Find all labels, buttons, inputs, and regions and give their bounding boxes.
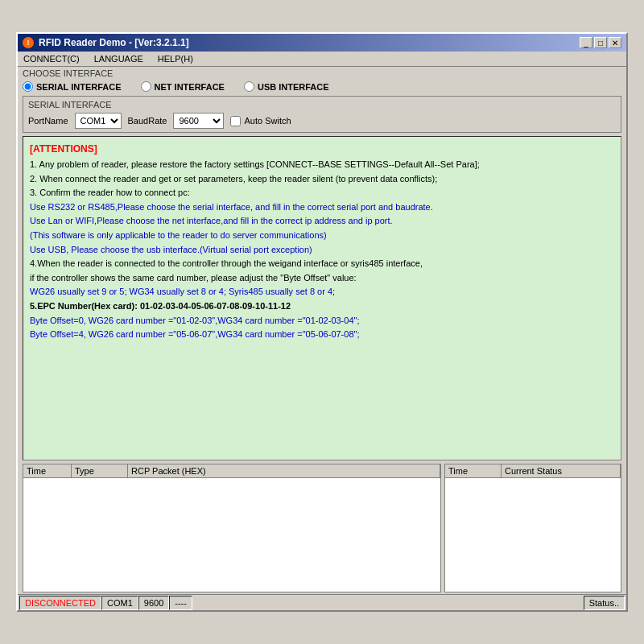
usb-interface-radio[interactable] [244, 81, 254, 92]
bottom-panel: Time Type RCP Packet (HEX) Time Current … [23, 464, 621, 592]
status-col-current: Current Status [502, 464, 621, 477]
statusbar-connection: DISCONNECTED [19, 596, 101, 610]
attentions-title: [ATTENTIONS] [30, 143, 614, 155]
serial-interface-radio[interactable] [23, 81, 33, 92]
serial-interface-option[interactable]: SERIAL INTERFACE [23, 81, 122, 92]
statusbar-dash: ---- [169, 596, 192, 610]
content-area: [ATTENTIONS] 1. Any problem of reader, p… [23, 136, 621, 460]
net-interface-radio[interactable] [141, 81, 151, 92]
log-table-body [23, 478, 440, 592]
choose-interface-label: CHOOSE INTERFACE [18, 67, 626, 79]
menu-language[interactable]: LANGUAGE [92, 53, 146, 64]
main-window: ! RFID Reader Demo - [Ver:3.2.1.1] _ □ ✕… [16, 32, 628, 612]
usb-interface-label: USB INTERFACE [258, 82, 329, 92]
log-table-header: Time Type RCP Packet (HEX) [23, 464, 440, 478]
log-col-time: Time [23, 464, 72, 477]
net-interface-label: NET INTERFACE [155, 82, 225, 92]
serial-section-title: SERIAL INTERFACE [28, 100, 616, 109]
statusbar: DISCONNECTED COM1 9600 ---- Status.. [18, 594, 626, 610]
statusbar-baud: 9600 [138, 596, 169, 610]
usb-interface-option[interactable]: USB INTERFACE [244, 81, 329, 92]
log-col-rcp: RCP Packet (HEX) [128, 464, 440, 477]
serial-interface-label: SERIAL INTERFACE [36, 82, 122, 92]
auto-switch-label: Auto Switch [244, 116, 291, 126]
attentions-content: 1. Any problem of reader, please restore… [30, 158, 614, 342]
app-icon: ! [23, 37, 34, 48]
portname-label: PortName [28, 116, 68, 126]
status-table: Time Current Status [444, 464, 621, 592]
title-bar: ! RFID Reader Demo - [Ver:3.2.1.1] _ □ ✕ [18, 34, 626, 52]
menu-connect[interactable]: CONNECT(C) [21, 53, 82, 64]
auto-switch-container: Auto Switch [230, 116, 291, 126]
maximize-button[interactable]: □ [594, 37, 607, 48]
portname-select[interactable]: COM1 COM2 COM3 COM4 [75, 113, 122, 129]
statusbar-com: COM1 [101, 596, 138, 610]
status-table-header: Time Current Status [445, 464, 621, 478]
status-table-body [445, 478, 621, 592]
window-title: RFID Reader Demo - [Ver:3.2.1.1] [39, 37, 189, 48]
log-col-type: Type [72, 464, 128, 477]
log-table: Time Type RCP Packet (HEX) [23, 464, 441, 592]
baudrate-label: BaudRate [128, 116, 167, 126]
serial-interface-section: SERIAL INTERFACE PortName COM1 COM2 COM3… [23, 96, 621, 133]
baudrate-select[interactable]: 9600 19200 38400 115200 [173, 113, 224, 129]
menu-bar: CONNECT(C) LANGUAGE HELP(H) [18, 52, 626, 67]
minimize-button[interactable]: _ [580, 37, 592, 48]
menu-help[interactable]: HELP(H) [155, 53, 196, 64]
auto-switch-checkbox[interactable] [230, 116, 241, 126]
close-button[interactable]: ✕ [609, 37, 621, 48]
statusbar-status: Status.. [584, 596, 625, 610]
status-col-time: Time [445, 464, 502, 477]
interface-options: SERIAL INTERFACE NET INTERFACE USB INTER… [18, 79, 626, 94]
net-interface-option[interactable]: NET INTERFACE [141, 81, 225, 92]
